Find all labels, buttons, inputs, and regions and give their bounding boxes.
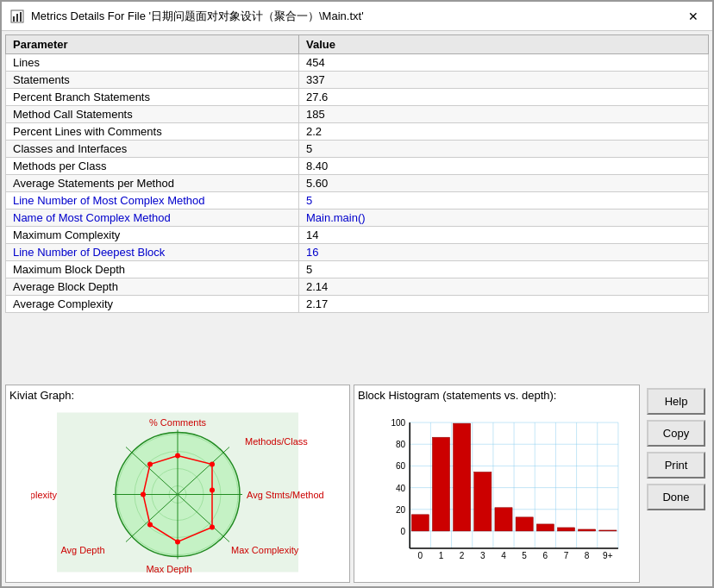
kiviat-graph: % Comments Methods/Class Avg Stmts/Metho… <box>9 405 346 579</box>
svg-rect-66 <box>557 528 574 531</box>
main-window: Metrics Details For File '日期问题面对对象设计（聚合一… <box>0 0 714 588</box>
table-row: Classes and Interfaces5 <box>6 141 709 158</box>
table-row-param: Percent Lines with Comments <box>6 123 299 141</box>
chart-icon <box>10 9 24 23</box>
table-row: Method Call Statements185 <box>6 106 709 123</box>
table-row-value: 27.6 <box>299 89 709 106</box>
svg-text:6: 6 <box>543 551 548 560</box>
bottom-section: Kiviat Graph: <box>5 385 709 583</box>
window-title: Metrics Details For File '日期问题面对对象设计（聚合一… <box>31 9 364 24</box>
metrics-table: Parameter Value Lines454Statements337Per… <box>5 34 709 313</box>
table-wrapper: Parameter Value Lines454Statements337Per… <box>5 34 709 381</box>
help-button[interactable]: Help <box>647 388 705 415</box>
table-row-param: Average Complexity <box>6 296 299 313</box>
kiviat-label: Kiviat Graph: <box>9 389 346 402</box>
table-row-value: 2.2 <box>299 123 709 141</box>
table-row: Average Statements per Method5.60 <box>6 175 709 192</box>
svg-rect-64 <box>516 517 533 531</box>
buttons-panel: Help Copy Print Done <box>643 385 709 583</box>
svg-text:2: 2 <box>460 551 465 560</box>
histogram-svg: 0 20 40 60 80 100 <box>384 414 627 579</box>
svg-text:7: 7 <box>564 551 569 560</box>
table-row-value: Main.main() <box>299 210 709 227</box>
table-row-param: Average Block Depth <box>6 278 299 296</box>
table-row: Maximum Complexity14 <box>6 227 709 244</box>
svg-text:9+: 9+ <box>603 551 613 560</box>
done-button[interactable]: Done <box>647 484 705 510</box>
table-row-value: 8.40 <box>299 158 709 175</box>
close-button[interactable]: ✕ <box>683 8 704 25</box>
table-row-value: 5 <box>299 192 709 210</box>
table-scroll[interactable]: Parameter Value Lines454Statements337Per… <box>5 34 709 381</box>
svg-text:Avg Stmts/Method: Avg Stmts/Method <box>247 489 324 499</box>
svg-text:8: 8 <box>585 551 590 560</box>
table-row-param: Average Statements per Method <box>6 175 299 192</box>
svg-text:Max Depth: Max Depth <box>146 563 191 573</box>
svg-rect-1 <box>13 16 15 22</box>
table-row-value: 5.60 <box>299 175 709 192</box>
svg-point-26 <box>147 461 153 466</box>
histogram-graph: 0 20 40 60 80 100 <box>358 405 636 586</box>
table-row-value: 5 <box>299 141 709 158</box>
title-bar: Metrics Details For File '日期问题面对对象设计（聚合一… <box>2 2 712 31</box>
svg-text:Avg Depth: Avg Depth <box>60 544 104 554</box>
table-row-value: 5 <box>299 261 709 278</box>
svg-point-23 <box>175 539 180 544</box>
table-row-param: Method Call Statements <box>6 106 299 123</box>
table-row-param: Line Number of Deepest Block <box>6 244 299 261</box>
table-row-value: 337 <box>299 72 709 89</box>
svg-text:100: 100 <box>391 418 405 428</box>
svg-text:60: 60 <box>396 461 406 471</box>
svg-point-19 <box>175 453 180 458</box>
svg-rect-3 <box>20 12 22 22</box>
svg-point-20 <box>210 461 215 466</box>
histogram-label: Block Histogram (statements vs. depth): <box>358 389 636 402</box>
table-row-param: Line Number of Most Complex Method <box>6 192 299 210</box>
svg-text:80: 80 <box>396 440 406 449</box>
table-row: Lines454 <box>6 54 709 72</box>
table-row-value: 454 <box>299 54 709 72</box>
svg-point-21 <box>210 487 215 492</box>
kiviat-panel: Kiviat Graph: <box>5 385 350 583</box>
table-row-param: Percent Branch Statements <box>6 89 299 106</box>
table-row-param: Maximum Block Depth <box>6 261 299 278</box>
content-area: Parameter Value Lines454Statements337Per… <box>2 31 712 586</box>
table-row: Line Number of Most Complex Method5 <box>6 192 709 210</box>
table-row: Methods per Class8.40 <box>6 158 709 175</box>
svg-text:40: 40 <box>396 484 406 493</box>
table-row-param: Name of Most Complex Method <box>6 210 299 227</box>
svg-text:1: 1 <box>439 551 444 560</box>
copy-button[interactable]: Copy <box>647 420 705 447</box>
table-row-param: Lines <box>6 54 299 72</box>
svg-rect-2 <box>16 14 18 22</box>
svg-text:20: 20 <box>396 505 406 515</box>
table-row-value: 16 <box>299 244 709 261</box>
svg-text:5: 5 <box>522 551 527 560</box>
table-row-param: Maximum Complexity <box>6 227 299 244</box>
svg-rect-62 <box>474 472 492 530</box>
table-row: Percent Branch Statements27.6 <box>6 89 709 106</box>
table-row: Line Number of Deepest Block16 <box>6 244 709 261</box>
table-row: Name of Most Complex MethodMain.main() <box>6 210 709 227</box>
svg-point-24 <box>147 522 153 527</box>
svg-point-22 <box>210 524 215 529</box>
table-row: Statements337 <box>6 72 709 89</box>
table-row: Percent Lines with Comments2.2 <box>6 123 709 141</box>
svg-rect-65 <box>536 524 554 531</box>
svg-rect-59 <box>411 515 429 531</box>
svg-text:Avg Complexity: Avg Complexity <box>31 489 57 499</box>
table-row-param: Statements <box>6 72 299 89</box>
svg-text:Max Complexity: Max Complexity <box>231 544 299 554</box>
svg-rect-60 <box>432 437 449 531</box>
col-parameter: Parameter <box>6 35 299 54</box>
svg-text:4: 4 <box>501 551 506 560</box>
kiviat-svg: % Comments Methods/Class Avg Stmts/Metho… <box>31 406 324 579</box>
table-row-value: 14 <box>299 227 709 244</box>
svg-text:% Comments: % Comments <box>149 416 207 427</box>
svg-rect-68 <box>599 530 617 531</box>
table-row-param: Classes and Interfaces <box>6 141 299 158</box>
svg-text:0: 0 <box>418 551 423 560</box>
svg-rect-67 <box>579 529 596 531</box>
svg-text:3: 3 <box>480 551 485 560</box>
print-button[interactable]: Print <box>647 452 705 479</box>
